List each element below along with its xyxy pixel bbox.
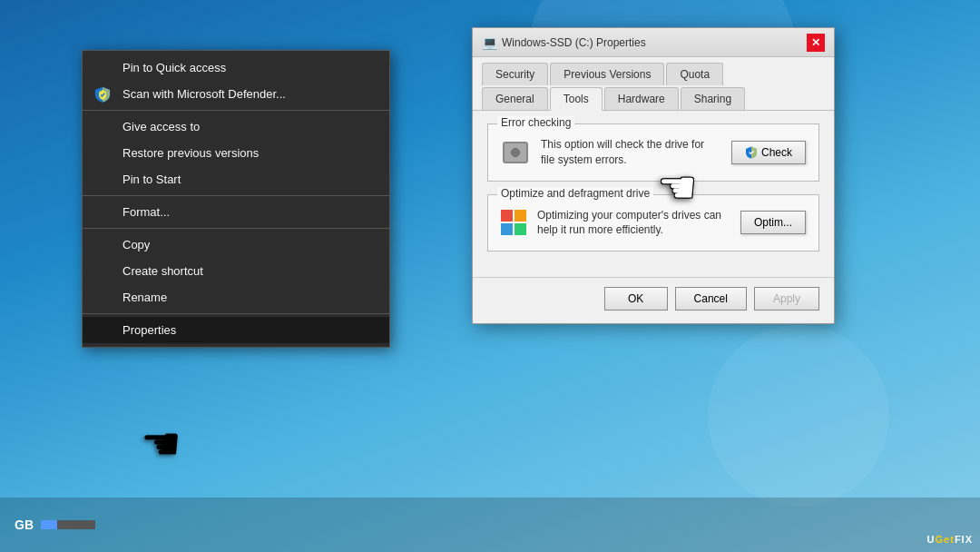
restore-versions-label: Restore previous versions: [122, 146, 259, 160]
tab-security[interactable]: Security: [482, 63, 548, 85]
defender-shield-icon: [93, 85, 112, 104]
bg-decoration-2: [708, 325, 889, 507]
dialog-close-button[interactable]: ✕: [807, 34, 825, 52]
optimize-section-title: Optimize and defragment drive: [497, 187, 653, 200]
watermark-u: U: [927, 534, 936, 545]
error-checking-content: This option will check the drive for fil…: [501, 133, 806, 168]
drive-progress-bar: [41, 520, 95, 529]
pin-start-label: Pin to Start: [122, 172, 181, 186]
optimize-button-label: Optim...: [754, 216, 792, 229]
pin-quick-access-label: Pin to Quick access: [122, 61, 226, 74]
separator-4: [83, 313, 389, 314]
context-menu-item-rename[interactable]: Rename: [83, 284, 389, 310]
defrag-square-green: [514, 223, 526, 235]
context-menu-item-create-shortcut[interactable]: Create shortcut: [83, 258, 389, 284]
ok-button[interactable]: OK: [604, 287, 668, 310]
dialog-tabs-row2: General Tools Hardware Sharing: [473, 85, 834, 111]
context-menu-item-pin-start[interactable]: Pin to Start: [83, 166, 389, 192]
context-menu-item-format[interactable]: Format...: [83, 199, 389, 225]
dialog-title-text: Windows-SSD (C:) Properties: [502, 36, 646, 49]
error-checking-description: This option will check the drive for fil…: [541, 137, 720, 168]
optimize-button[interactable]: Optim...: [740, 211, 806, 234]
dialog-tabs-row1: Security Previous Versions Quota: [473, 57, 834, 85]
apply-button[interactable]: Apply: [754, 287, 819, 310]
separator-2: [83, 195, 389, 196]
properties-label: Properties: [122, 323, 176, 337]
defrag-square-orange: [514, 210, 526, 222]
defrag-icon: [501, 210, 526, 235]
tab-previous-versions[interactable]: Previous Versions: [550, 63, 664, 85]
context-menu-item-properties[interactable]: Properties: [83, 317, 389, 343]
dialog-title-icon: 💻: [482, 35, 496, 50]
cancel-button[interactable]: Cancel: [675, 287, 747, 310]
optimize-content: Optimizing your computer's drives can he…: [501, 204, 806, 239]
tab-tools[interactable]: Tools: [550, 87, 603, 111]
watermark-fix: FIX: [955, 534, 973, 545]
dialog-title-area: 💻 Windows-SSD (C:) Properties: [482, 35, 646, 50]
optimize-description: Optimizing your computer's drives can he…: [537, 208, 730, 239]
defrag-square-blue: [501, 223, 513, 235]
context-menu-item-give-access[interactable]: Give access to: [83, 113, 389, 140]
error-checking-title: Error checking: [497, 116, 574, 129]
dialog-content: Error checking This option will check th…: [473, 111, 834, 277]
dialog-footer: OK Cancel Apply: [473, 277, 834, 323]
check-button[interactable]: Check: [731, 141, 806, 164]
defrag-square-red: [501, 210, 513, 222]
hard-drive-icon: [503, 142, 528, 163]
context-menu-item-restore-versions[interactable]: Restore previous versions: [83, 140, 389, 166]
context-menu-item-copy[interactable]: Copy: [83, 232, 389, 258]
give-access-label: Give access to: [122, 120, 200, 133]
tab-sharing[interactable]: Sharing: [681, 87, 745, 110]
hdd-drive-icon: [501, 138, 530, 167]
check-button-label: Check: [761, 146, 792, 159]
format-label: Format...: [122, 205, 170, 219]
drive-label: GB: [15, 518, 34, 532]
context-menu-item-pin-quick-access[interactable]: Pin to Quick access: [83, 54, 389, 81]
rename-label: Rename: [122, 291, 167, 304]
context-menu-item-scan-defender[interactable]: Scan with Microsoft Defender...: [83, 81, 389, 107]
watermark-get: Get: [936, 534, 955, 545]
tab-hardware[interactable]: Hardware: [604, 87, 679, 110]
scan-defender-label: Scan with Microsoft Defender...: [122, 87, 286, 101]
separator-1: [83, 110, 389, 111]
tab-general[interactable]: General: [482, 87, 548, 110]
error-checking-section: Error checking This option will check th…: [487, 123, 819, 182]
tab-quota[interactable]: Quota: [666, 63, 723, 85]
watermark: UGetFIX: [927, 534, 973, 545]
optimize-section: Optimize and defragment drive Optimizing…: [487, 194, 819, 252]
context-menu: Pin to Quick access Scan with Microsoft …: [82, 50, 390, 348]
separator-3: [83, 228, 389, 229]
drive-progress-fill: [41, 520, 57, 529]
properties-dialog: 💻 Windows-SSD (C:) Properties ✕ Security…: [472, 27, 835, 324]
copy-label: Copy: [122, 238, 150, 251]
check-shield-icon: [745, 146, 758, 159]
create-shortcut-label: Create shortcut: [122, 264, 203, 278]
drive-bar-area: GB: [0, 498, 181, 552]
taskbar-bottom: GB: [0, 498, 980, 552]
dialog-titlebar: 💻 Windows-SSD (C:) Properties ✕: [473, 28, 834, 57]
